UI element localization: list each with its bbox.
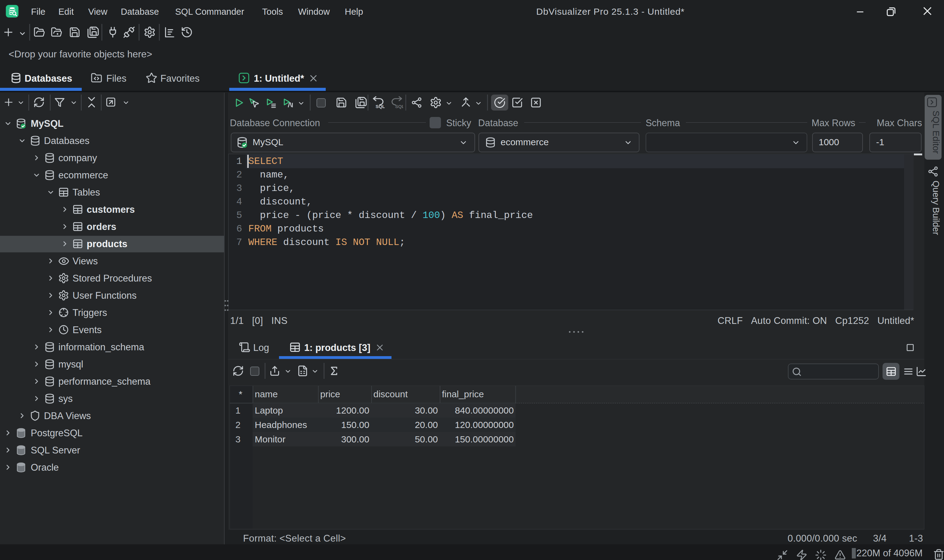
svg-text:SQL: SQL <box>395 104 403 109</box>
svg-text:SQL: SQL <box>375 104 385 109</box>
